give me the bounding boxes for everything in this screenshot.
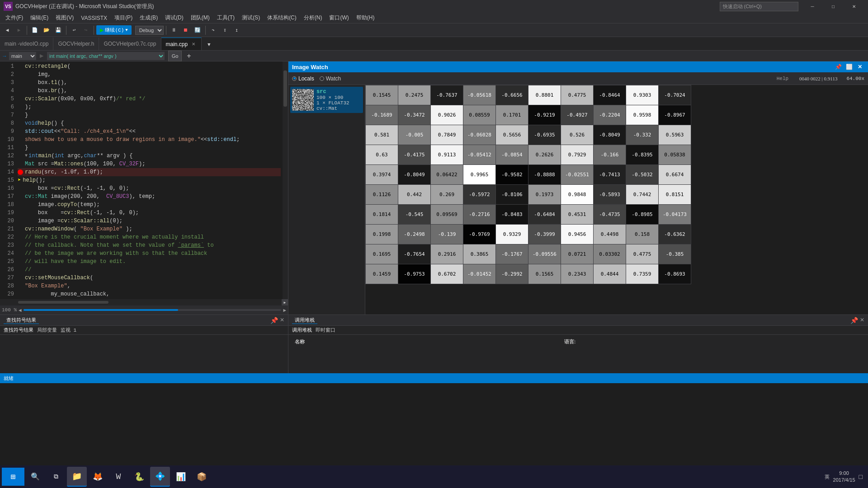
code-scroll-area[interactable]: 1234567891011121314151617181920212223242… [0, 61, 288, 299]
toolbar-open[interactable]: 📂 [41, 25, 52, 36]
minimize-button[interactable]: ─ [802, 0, 823, 13]
tab-gohelper[interactable]: GOCVHelper.h [53, 38, 99, 50]
panel-tab-callstack[interactable]: 调用堆栈 [292, 317, 317, 324]
toolbar-new[interactable]: 📄 [29, 25, 40, 36]
matrix-cell: -0.7637 [431, 85, 463, 105]
window-controls: ─ □ ✕ [802, 0, 864, 13]
panel-right-close[interactable]: ✕ [860, 317, 864, 324]
toolbar-forward[interactable]: ▶ [14, 25, 24, 36]
code-content[interactable]: cv::rectangle( img, box.tl(), box.br(), … [16, 61, 283, 299]
tab-dropdown[interactable]: ▼ [203, 39, 214, 50]
tab-main-close[interactable]: ✕ [190, 41, 197, 47]
taskbar-firefox[interactable]: 🦊 [88, 467, 108, 487]
tab-bar: main -videoIO.cpp GOCVHelper.h GOCVHelpe… [0, 37, 868, 51]
close-button[interactable]: ✕ [844, 0, 864, 13]
zoom-slider[interactable] [24, 309, 282, 311]
nav-add-button[interactable]: + [184, 51, 194, 61]
taskbar-vs[interactable]: 💠 [150, 467, 170, 487]
panel-pin[interactable]: 📌 [270, 317, 278, 324]
scroll-right-btn[interactable]: ▶ [282, 299, 288, 305]
zoom-next[interactable]: ▶ [283, 307, 286, 313]
toolbar-restart[interactable]: 🔄 [192, 25, 203, 36]
panel-right-pin[interactable]: 📌 [850, 317, 858, 324]
taskbar-search[interactable]: 🔍 [25, 467, 45, 487]
nav-scope-select[interactable]: main [9, 52, 36, 60]
taskbar-explorer[interactable]: 📁 [67, 467, 87, 487]
code-scrollbar[interactable] [283, 61, 288, 299]
matrix-cell: -0.7413 [594, 165, 626, 185]
tab-videoio[interactable]: main -videoIO.cpp [0, 38, 53, 50]
toolbar-step-over[interactable]: ↷ [208, 25, 219, 36]
tab-gohelper07c[interactable]: GOCVHelper0.7c.cpp [99, 38, 161, 50]
matrix-cell: -0.6484 [528, 205, 561, 225]
toolbar-step-into[interactable]: ↧ [220, 25, 231, 36]
maximize-button[interactable]: □ [823, 0, 844, 13]
taskbar-app7[interactable]: 📦 [192, 467, 212, 487]
taskbar-word[interactable]: W [108, 467, 128, 487]
iw-help-label[interactable]: Help [777, 76, 788, 81]
menu-window[interactable]: 窗口(W) [326, 13, 352, 23]
sub-tab-watch1[interactable]: 监视 1 [61, 327, 76, 333]
iw-watch-radio[interactable] [320, 76, 324, 81]
menu-project[interactable]: 项目(P) [111, 13, 136, 23]
toolbar-back[interactable]: ◀ [2, 25, 13, 36]
scrollbar-thumb[interactable] [283, 70, 287, 107]
toolbar-pause[interactable]: ⏸ [169, 25, 179, 36]
code-line: // be the image we are working with so t… [18, 249, 281, 258]
menu-file[interactable]: 文件(F) [2, 13, 27, 23]
menu-debug[interactable]: 调试(D) [161, 13, 187, 23]
iw-locals-radio[interactable] [292, 76, 297, 81]
iw-tab-watch[interactable]: Watch [320, 75, 341, 82]
panel-close[interactable]: ✕ [280, 317, 284, 324]
toolbar-stop[interactable]: ⏹ [180, 25, 191, 36]
continue-button[interactable]: ▶ 继续(C) ▼ [96, 25, 132, 35]
toolbar-save[interactable]: 💾 [53, 25, 64, 36]
menu-architecture[interactable]: 体系结构(C) [264, 13, 300, 23]
matrix-row: 0.1459-0.97530.6702-0.01452-0.29920.1565… [366, 264, 691, 284]
panel-tab-find[interactable]: 查找符号结果 [4, 317, 39, 324]
iw-float-button[interactable]: ⬜ [844, 62, 854, 71]
taskbar-notify[interactable]: □ [859, 473, 863, 480]
menu-help[interactable]: 帮助(H) [353, 13, 378, 23]
taskbar-taskview[interactable]: ⧉ [46, 467, 66, 487]
menu-tools[interactable]: 工具(T) [213, 13, 238, 23]
taskbar-lang: 英 [825, 474, 830, 480]
noise-canvas [292, 89, 314, 111]
toolbar-step-out[interactable]: ↥ [231, 25, 242, 36]
iw-pin-button[interactable]: 📌 [834, 62, 843, 71]
menu-analyze[interactable]: 分析(N) [300, 13, 326, 23]
lang-label: 语言: [564, 339, 576, 344]
menu-build[interactable]: 生成(B) [136, 13, 161, 23]
debug-mode-select[interactable]: Debug [135, 26, 164, 35]
nav-function-select[interactable]: int main( int argc, char** argv ) [47, 52, 165, 60]
menu-test[interactable]: 测试(S) [238, 13, 264, 23]
horizontal-scrollbar[interactable]: ▶ [0, 299, 288, 305]
sub-tab-callstack[interactable]: 调用堆栈 [292, 327, 312, 333]
nav-go-button[interactable]: Go [168, 51, 182, 61]
sub-tab-immediate[interactable]: 即时窗口 [316, 327, 335, 333]
toolbar: ◀ ▶ 📄 📂 💾 ↩ ↪ ▶ 继续(C) ▼ Debug ⏸ ⏹ 🔄 ↷ ↧ … [0, 23, 868, 37]
zoom-prev[interactable]: ◀ [19, 307, 22, 313]
iw-close-button[interactable]: ✕ [855, 62, 864, 71]
sub-tab-locals[interactable]: 局部变量 [37, 327, 57, 333]
menu-view[interactable]: 视图(V) [52, 13, 77, 23]
h-scrollbar-thumb[interactable] [18, 301, 108, 304]
iw-matrix[interactable]: 0.15450.2475-0.7637-0.05618-0.66560.8801… [365, 85, 868, 314]
start-button[interactable]: ⊞ [2, 468, 24, 486]
matrix-cell: 0.581 [366, 125, 398, 145]
quick-launch-label[interactable]: 快速启动 (Ctrl+Q) [720, 2, 798, 11]
toolbar-redo[interactable]: ↪ [80, 25, 91, 36]
taskbar-app6[interactable]: 📊 [171, 467, 191, 487]
taskbar-app4[interactable]: 🐍 [129, 467, 149, 487]
menu-team[interactable]: 团队(M) [187, 13, 213, 23]
menu-edit[interactable]: 编辑(E) [27, 13, 52, 23]
matrix-cell: 0.9329 [496, 225, 528, 244]
iw-variable-src[interactable]: src 100 × 100 1 × FLOAT32 cv::Mat [290, 87, 363, 113]
code-line: "Box Example", [18, 282, 281, 290]
toolbar-undo[interactable]: ↩ [69, 25, 80, 36]
iw-tab-locals[interactable]: Locals [292, 75, 314, 82]
sub-tab-find[interactable]: 查找符号结果 [4, 327, 33, 333]
menu-vassistx[interactable]: VASSISTX [77, 13, 111, 23]
tab-main[interactable]: main.cpp ✕ [161, 38, 202, 50]
taskbar-clock[interactable]: 9:00 2017/4/15 [833, 470, 855, 484]
